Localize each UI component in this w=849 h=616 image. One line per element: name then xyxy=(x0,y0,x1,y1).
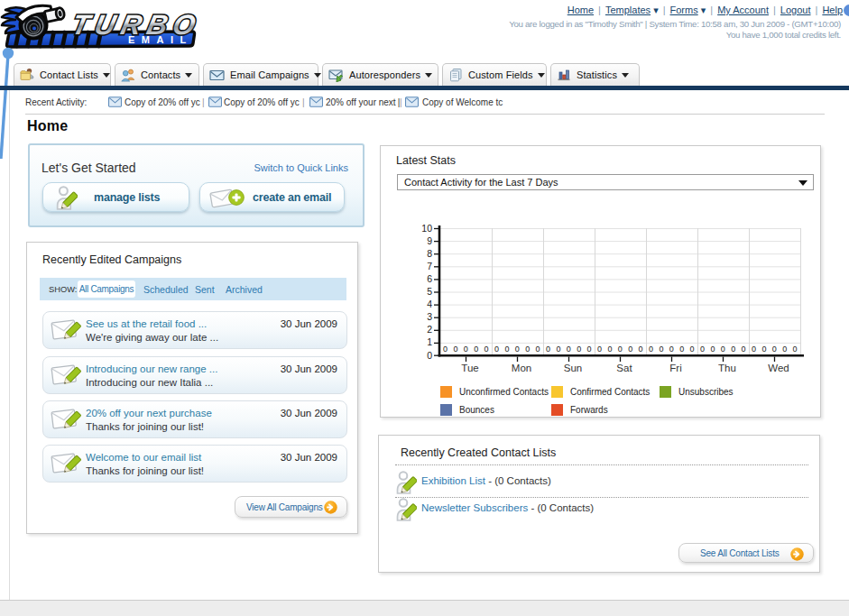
svg-text:0: 0 xyxy=(618,345,623,354)
svg-text:0: 0 xyxy=(546,345,550,354)
svg-text:0: 0 xyxy=(597,345,602,354)
svg-text:9: 9 xyxy=(427,235,432,246)
svg-text:0: 0 xyxy=(782,345,787,354)
svg-text:0: 0 xyxy=(679,345,684,354)
svg-text:4: 4 xyxy=(427,299,432,309)
svg-text:Sun: Sun xyxy=(564,363,582,373)
svg-text:0: 0 xyxy=(587,345,592,354)
svg-text:0: 0 xyxy=(628,345,632,354)
svg-text:8: 8 xyxy=(427,248,432,259)
svg-text:Forwards: Forwards xyxy=(570,405,608,415)
svg-text:Unconfirmed Contacts: Unconfirmed Contacts xyxy=(459,387,549,397)
svg-text:0: 0 xyxy=(464,345,468,354)
svg-text:0: 0 xyxy=(427,350,432,361)
svg-text:10: 10 xyxy=(421,223,432,234)
svg-text:0: 0 xyxy=(659,345,663,354)
svg-text:0: 0 xyxy=(515,345,520,354)
svg-text:Wed: Wed xyxy=(768,363,789,373)
svg-text:0: 0 xyxy=(761,345,766,354)
svg-text:0: 0 xyxy=(453,345,457,354)
svg-text:0: 0 xyxy=(742,345,746,354)
svg-text:6: 6 xyxy=(427,273,432,284)
svg-text:0: 0 xyxy=(649,345,653,354)
svg-text:0: 0 xyxy=(752,345,756,354)
svg-text:0: 0 xyxy=(577,345,581,354)
svg-text:0: 0 xyxy=(639,345,643,354)
svg-text:Unsubscribes: Unsubscribes xyxy=(678,387,734,397)
svg-text:0: 0 xyxy=(690,345,695,354)
svg-text:3: 3 xyxy=(427,311,432,322)
svg-text:0: 0 xyxy=(721,345,725,354)
svg-text:2: 2 xyxy=(427,324,432,335)
svg-text:0: 0 xyxy=(556,345,560,354)
svg-text:0: 0 xyxy=(793,345,798,354)
svg-text:0: 0 xyxy=(536,345,540,354)
svg-text:0: 0 xyxy=(567,345,571,354)
svg-text:0: 0 xyxy=(669,345,674,354)
svg-text:0: 0 xyxy=(494,345,499,354)
svg-text:0: 0 xyxy=(443,345,448,354)
svg-text:Thu: Thu xyxy=(718,363,736,373)
svg-text:Fri: Fri xyxy=(669,363,681,373)
svg-text:0: 0 xyxy=(700,345,705,354)
svg-text:Bounces: Bounces xyxy=(459,405,494,415)
svg-text:0: 0 xyxy=(474,345,478,354)
svg-text:Tue: Tue xyxy=(461,363,478,373)
svg-text:5: 5 xyxy=(427,286,432,297)
svg-text:0: 0 xyxy=(710,345,715,354)
svg-text:Confirmed Contacts: Confirmed Contacts xyxy=(570,387,650,397)
svg-text:0: 0 xyxy=(484,345,489,354)
svg-text:7: 7 xyxy=(427,261,432,271)
svg-text:0: 0 xyxy=(525,345,530,354)
svg-text:Sat: Sat xyxy=(616,363,632,373)
svg-text:1: 1 xyxy=(427,336,432,347)
svg-text:0: 0 xyxy=(772,345,777,354)
svg-text:Mon: Mon xyxy=(512,363,531,373)
svg-text:0: 0 xyxy=(504,345,509,354)
svg-text:0: 0 xyxy=(607,345,612,354)
svg-text:0: 0 xyxy=(731,345,735,354)
